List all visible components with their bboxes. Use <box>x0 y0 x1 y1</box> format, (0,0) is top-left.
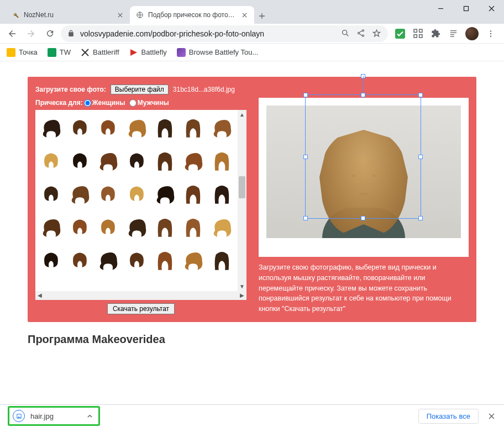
hairstyle-thumb[interactable] <box>209 146 234 176</box>
address-bar[interactable]: volosvypadenie.com/podbor-prichesok-po-f… <box>61 25 388 42</box>
hairstyle-thumb[interactable] <box>153 180 177 209</box>
kebab-menu-icon[interactable] <box>485 28 496 39</box>
hairstyle-thumb[interactable] <box>124 213 149 243</box>
forward-button[interactable] <box>23 26 39 41</box>
url-text: volosvypadenie.com/podbor-prichesok-po-f… <box>80 29 264 38</box>
extension-squares-icon[interactable] <box>412 28 423 39</box>
new-tab-button[interactable] <box>254 8 270 24</box>
hairstyle-thumb[interactable] <box>96 180 120 209</box>
hairstyle-thumb[interactable] <box>181 213 206 243</box>
extension-check-icon[interactable] <box>395 28 406 39</box>
star-icon[interactable] <box>372 29 381 38</box>
back-button[interactable] <box>4 26 20 41</box>
hairstyle-thumb[interactable] <box>124 180 149 209</box>
hairstyle-thumb[interactable] <box>181 146 206 176</box>
hairstyle-thumb[interactable] <box>124 146 149 176</box>
choose-file-button[interactable]: Выберите файл <box>111 85 169 94</box>
hairstyle-thumb[interactable] <box>181 113 206 143</box>
download-filename: hair.jpg <box>30 412 54 420</box>
gender-radio-female[interactable] <box>84 99 91 107</box>
chevron-up-icon[interactable] <box>59 413 93 419</box>
resize-handle[interactable] <box>303 155 308 159</box>
resize-handle[interactable] <box>418 216 423 220</box>
bookmarks-bar: Точка TW Battleriff Battlefly Browse Bat… <box>0 44 504 61</box>
hairstyle-thumb[interactable] <box>153 146 177 176</box>
bookmark-battlefy[interactable]: Browse Battlefy Tou... <box>177 48 259 57</box>
svg-point-13 <box>490 35 491 36</box>
scrollbar-thumb[interactable] <box>239 176 245 198</box>
hairstyle-thumb[interactable] <box>39 180 64 209</box>
hairstyle-thumb[interactable] <box>209 246 234 276</box>
bookmark-tochka[interactable]: Точка <box>7 48 38 57</box>
hairstyle-thumb[interactable] <box>124 246 149 276</box>
resize-handle[interactable] <box>418 93 423 97</box>
hairstyle-thumb[interactable] <box>124 113 149 143</box>
resize-handle[interactable] <box>303 216 308 220</box>
resize-handle[interactable] <box>303 93 308 97</box>
tab-noznet[interactable]: NozNet.ru <box>6 6 130 24</box>
transform-selection[interactable] <box>305 94 421 219</box>
resize-handle[interactable] <box>361 216 365 220</box>
scroll-left-icon[interactable]: ◀ <box>35 292 44 298</box>
tab-active[interactable]: Подбор причесок по фото онла <box>130 6 254 24</box>
hairstyle-thumb[interactable] <box>96 113 120 143</box>
bookmark-label: TW <box>60 48 71 56</box>
close-icon[interactable] <box>240 10 249 19</box>
svg-rect-1 <box>464 6 468 10</box>
hairstyle-thumb[interactable] <box>153 246 177 276</box>
gender-label: Прическа для: <box>35 99 83 107</box>
hairstyle-thumb[interactable] <box>67 146 92 176</box>
hairstyle-thumb[interactable] <box>39 146 64 176</box>
hairstyle-thumb[interactable] <box>96 213 120 243</box>
hairstyle-thumb[interactable] <box>153 213 177 243</box>
reading-list-icon[interactable] <box>448 28 459 39</box>
hairstyle-thumb[interactable] <box>181 246 206 276</box>
bookmark-battleriff[interactable]: Battleriff <box>81 48 119 57</box>
battleriff-icon <box>81 48 90 57</box>
hairstyle-thumb[interactable] <box>39 113 64 143</box>
resize-handle[interactable] <box>361 93 365 97</box>
scroll-down-icon[interactable]: ▼ <box>238 282 246 291</box>
globe-icon <box>135 10 144 19</box>
hairstyle-thumb[interactable] <box>39 213 64 243</box>
profile-avatar[interactable] <box>465 27 479 40</box>
tab-title: NozNet.ru <box>24 11 112 19</box>
hairstyle-thumb[interactable] <box>153 113 177 143</box>
show-all-downloads-button[interactable]: Показать все <box>418 409 479 424</box>
svg-point-4 <box>362 30 364 31</box>
resize-handle[interactable] <box>418 155 423 159</box>
gender-female-label: Женщины <box>92 99 125 107</box>
hairstyle-thumb[interactable] <box>67 180 92 209</box>
hairstyle-thumb[interactable] <box>209 213 234 243</box>
hairstyle-thumb[interactable] <box>67 246 92 276</box>
scroll-right-icon[interactable]: ▶ <box>238 292 246 298</box>
scrollbar-horizontal[interactable]: ◀ ▶ <box>35 291 246 300</box>
hairstyle-thumb[interactable] <box>67 113 92 143</box>
reload-button[interactable] <box>42 26 57 41</box>
close-window-button[interactable] <box>479 0 504 17</box>
hairstyle-thumb[interactable] <box>96 246 120 276</box>
download-chip[interactable]: hair.jpg <box>8 406 100 426</box>
close-icon[interactable] <box>486 413 496 419</box>
battlefly-icon <box>129 48 138 57</box>
hairstyle-thumb[interactable] <box>209 113 234 143</box>
hairstyle-thumb[interactable] <box>209 180 234 209</box>
bookmark-tw[interactable]: TW <box>48 48 71 57</box>
close-icon[interactable] <box>116 10 124 19</box>
scrollbar-vertical[interactable]: ▲ ▼ <box>238 110 246 291</box>
gender-radio-male[interactable] <box>129 99 136 107</box>
maximize-button[interactable] <box>453 0 479 17</box>
search-icon[interactable] <box>341 29 350 38</box>
minimize-button[interactable] <box>428 0 453 17</box>
hairstyle-thumb[interactable] <box>39 246 64 276</box>
instructions-text: Загрузите свою фотографию, выберете вид … <box>259 262 469 314</box>
scroll-up-icon[interactable]: ▲ <box>238 110 246 119</box>
extensions-puzzle-icon[interactable] <box>430 28 441 39</box>
hairstyle-thumb[interactable] <box>96 146 120 176</box>
download-result-button[interactable]: Скачать результат <box>107 303 175 314</box>
preview-stage[interactable] <box>266 106 461 238</box>
bookmark-battlefly[interactable]: Battlefly <box>129 48 167 57</box>
hairstyle-thumb[interactable] <box>67 213 92 243</box>
share-icon[interactable] <box>356 29 365 38</box>
hairstyle-thumb[interactable] <box>181 180 206 209</box>
